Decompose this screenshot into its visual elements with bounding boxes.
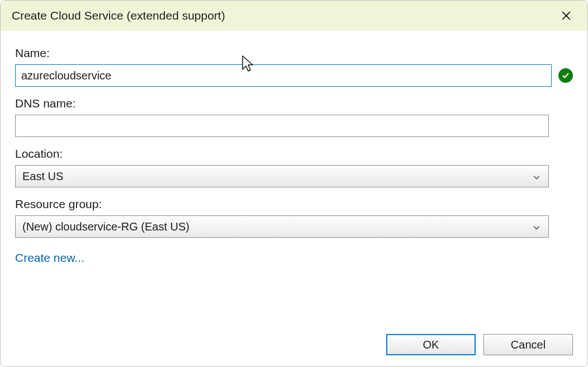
name-input-row (15, 64, 573, 87)
dialog-titlebar: Create Cloud Service (extended support) (1, 1, 587, 31)
close-button[interactable] (556, 6, 576, 26)
resource-group-field-group: Resource group: (New) cloudservice-RG (E… (15, 197, 573, 238)
dns-label: DNS name: (15, 97, 573, 110)
close-icon (561, 11, 571, 21)
dialog-content: Name: DNS name: Location: East US (1, 31, 587, 265)
location-select-value: East US (22, 170, 63, 183)
name-field-group: Name: (15, 46, 573, 87)
resource-group-select-value: (New) cloudservice-RG (East US) (22, 220, 189, 233)
location-select[interactable]: East US (15, 165, 549, 187)
cancel-button-label: Cancel (511, 338, 546, 351)
name-label: Name: (15, 46, 573, 60)
dns-field-group: DNS name: (15, 97, 573, 137)
cancel-button[interactable]: Cancel (483, 334, 573, 355)
ok-button-label: OK (423, 338, 439, 351)
resource-group-label: Resource group: (15, 197, 573, 211)
name-input[interactable] (15, 64, 552, 87)
dns-input[interactable] (15, 115, 549, 137)
location-label: Location: (15, 147, 573, 161)
chevron-down-icon (533, 170, 540, 183)
ok-button[interactable]: OK (386, 334, 476, 355)
create-cloud-service-dialog: Create Cloud Service (extended support) … (0, 0, 588, 367)
location-field-group: Location: East US (15, 147, 573, 187)
validation-check-icon (558, 68, 573, 83)
create-new-link[interactable]: Create new... (15, 251, 84, 265)
resource-group-select[interactable]: (New) cloudservice-RG (East US) (15, 215, 549, 238)
dialog-button-row: OK Cancel (386, 334, 573, 355)
dialog-title: Create Cloud Service (extended support) (12, 9, 556, 22)
chevron-down-icon (533, 220, 540, 233)
